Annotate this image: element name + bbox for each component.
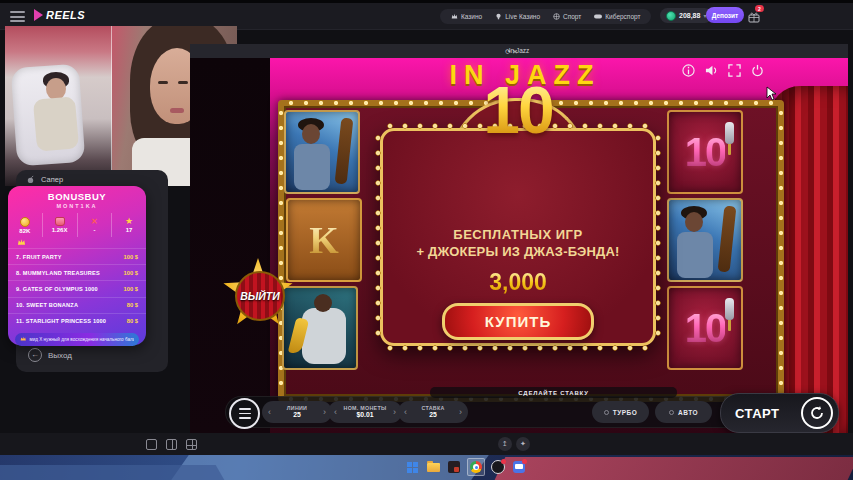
bulb-strip (383, 344, 653, 352)
fullscreen-icon[interactable] (728, 64, 741, 77)
mouse-cursor (766, 86, 777, 101)
nav-item-cybersport[interactable]: Киберспорт (594, 13, 640, 20)
auto-button[interactable]: АВТО (655, 401, 712, 423)
start-button-icon[interactable] (404, 459, 420, 475)
split-view-icon[interactable] (166, 439, 177, 450)
nav-item-casino[interactable]: Казино (451, 13, 482, 20)
balance-amount: 208,88 (679, 12, 700, 19)
popup-big-number: 10 (380, 72, 656, 148)
spin-icon (801, 397, 833, 429)
grid-view-icon[interactable] (186, 439, 197, 450)
screen: REELS Казино Live Казино Спорт Киберспор… (0, 0, 853, 480)
gamepad-icon (594, 13, 602, 20)
stat-x: ✕ - (77, 213, 112, 237)
crown-icon (17, 239, 26, 246)
coin-icon (20, 217, 30, 227)
taskbar (404, 458, 527, 476)
logo-play-icon (34, 9, 43, 21)
nav-item-live-casino[interactable]: Live Казино (495, 13, 540, 20)
stat-multiplier: 1.26X (42, 213, 77, 237)
obs-icon[interactable] (490, 459, 506, 475)
popup-amount: 3,000 (383, 269, 653, 296)
stat-balance: 82K (8, 213, 42, 237)
coin-value: $0.01 (356, 411, 373, 419)
chevron-left-icon[interactable]: ‹ (332, 402, 339, 422)
bonusbuy-stats: 82K 1.26X ✕ - ★ 17 (8, 213, 146, 237)
game-menu-button[interactable] (229, 398, 260, 429)
x-mark-icon: ✕ (91, 218, 98, 226)
microphone-icon (725, 298, 734, 320)
microphone-icon (725, 122, 734, 144)
deposit-button[interactable]: Депозит (706, 7, 744, 23)
menu-hamburger-icon[interactable] (10, 11, 25, 22)
close-icon[interactable]: ✕ (190, 47, 840, 56)
bet-prompt: СДЕЛАЙТЕ СТАВКУ (430, 387, 677, 398)
star-icon: ★ (125, 217, 133, 226)
bet-stepper: ‹ СТАВКА 25 › (398, 401, 468, 423)
bulb-strip (374, 131, 382, 343)
chrome-icon[interactable] (467, 458, 485, 476)
nav-label: Казино (461, 13, 482, 20)
site-logo[interactable]: REELS (34, 9, 85, 21)
logo-text: REELS (46, 9, 85, 21)
turbo-button[interactable]: ТУРБО (592, 401, 649, 423)
exit-badge-label: ВЫЙТИ (240, 290, 280, 302)
indicator-dot (604, 410, 609, 415)
nav-label: Спорт (563, 13, 581, 20)
bonus-list-item: 11. STARLIGHT PRINCESS 100080 $ (8, 313, 146, 329)
site-footer: ↥ ✦ (0, 433, 853, 455)
chevron-right-icon[interactable]: › (457, 402, 464, 422)
file-explorer-icon[interactable] (425, 459, 441, 475)
arrow-left-icon: ← (28, 348, 42, 362)
sidebar-item-label: Сапер (41, 175, 63, 184)
live-casino-icon (495, 13, 502, 20)
app-icon[interactable] (446, 459, 462, 475)
indicator-dot (669, 410, 674, 415)
bonusbuy-subtitle: MONT1KA (8, 203, 146, 209)
bulb-strip (654, 131, 662, 343)
chevron-left-icon[interactable]: ‹ (402, 402, 409, 422)
reel-symbol-ten: 10 (667, 286, 743, 370)
crown-row (8, 237, 146, 248)
coin-value-stepper: ‹ НОМ. МОНЕТЫ $0.01 › (328, 401, 402, 423)
expand-icon[interactable]: ↥ (498, 437, 512, 451)
info-icon[interactable] (682, 64, 695, 77)
game-canvas: IN JAZZ K 10 (190, 58, 848, 433)
power-icon[interactable] (751, 64, 764, 77)
bonus-buy-popup: 10 БЕСПЛАТНЫХ ИГР + ДЖОКЕРЫ ИЗ ДЖАЗ-БЭНД… (380, 98, 656, 344)
sound-icon[interactable] (705, 64, 718, 77)
wallpaper-shape (0, 465, 224, 480)
casino-icon (451, 13, 458, 20)
chevron-right-icon[interactable]: › (321, 402, 328, 422)
gift-button[interactable]: 2 (748, 9, 760, 21)
nav-item-sport[interactable]: Спорт (553, 13, 581, 20)
balance-chip[interactable]: 208,88 ▾ (660, 8, 712, 23)
crown-icon (20, 336, 26, 342)
webcam-divider (111, 26, 112, 186)
mail-app-icon[interactable] (511, 459, 527, 475)
bulb-strip (777, 106, 785, 396)
chevron-right-icon[interactable]: › (391, 402, 398, 422)
exit-button[interactable]: ← Выход (20, 344, 80, 366)
bonus-list-item: 7. FRUIT PARTY100 $ (8, 248, 146, 264)
buy-button[interactable]: КУПИТЬ (442, 303, 594, 340)
game-window-titlebar: In Jazz ⟳ ✕ (190, 44, 848, 58)
game-control-bar: ‹ ЛИНИИ 25 › ‹ НОМ. МОНЕТЫ $0.01 › (225, 396, 819, 428)
popup-line1: БЕСПЛАТНЫХ ИГР (383, 227, 653, 242)
settings-icon[interactable]: ✦ (516, 437, 530, 451)
nav-label: Live Казино (505, 13, 540, 20)
start-spin-button[interactable]: СТАРТ (720, 393, 839, 433)
chevron-left-icon[interactable]: ‹ (266, 402, 273, 422)
game-window: In Jazz ⟳ ✕ IN JAZZ K (190, 44, 848, 433)
wallpaper-shape (495, 457, 853, 480)
reel-symbol-ten: 10 (667, 110, 743, 194)
reel-symbol-k: K (286, 198, 362, 282)
lines-stepper: ‹ ЛИНИИ 25 › (262, 401, 332, 423)
main-nav: Казино Live Казино Спорт Киберспорт (440, 9, 651, 24)
exit-game-badge[interactable]: ВЫЙТИ (222, 258, 294, 330)
bonus-list-item: 10. SWEET BONANZA80 $ (8, 297, 146, 313)
single-view-icon[interactable] (146, 439, 157, 450)
webcam-left-pane (5, 26, 112, 186)
gift-badge: 2 (755, 5, 764, 12)
reel-symbol-bassist (284, 110, 360, 194)
